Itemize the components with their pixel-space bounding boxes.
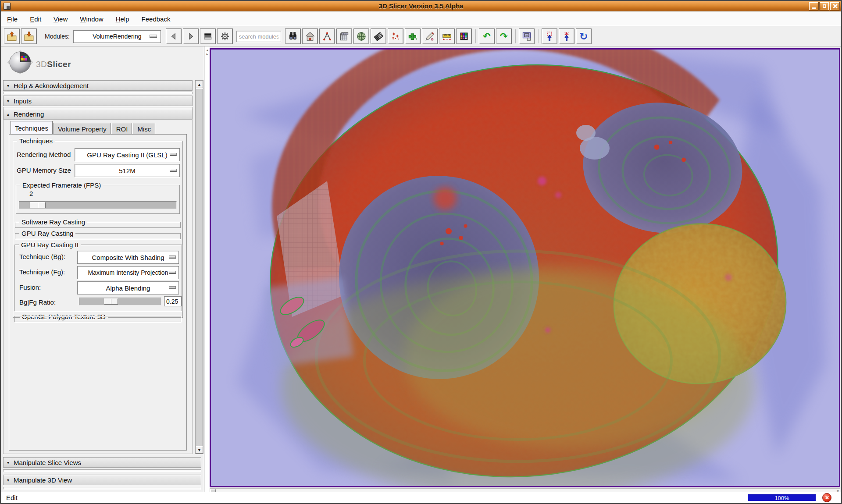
editor-module-button[interactable] [422,29,437,44]
bgfg-ratio-slider[interactable] [79,298,161,305]
tab-techniques[interactable]: Techniques [11,121,53,135]
cancel-progress-button[interactable] [822,493,831,502]
fusion-combobox[interactable]: Alpha Blending [77,281,179,295]
section-manipulate-slice-views[interactable]: ▾ Manipulate Slice Views [3,457,201,468]
collapse-triangle-icon: ▾ [7,478,9,483]
scrollbar-thumb[interactable] [196,89,203,446]
section-help-acknowledgement[interactable]: ▾ Help & Acknowledgement [3,80,193,91]
panel-scrollbar[interactable]: ▲ ▼ [195,80,203,454]
threed-viewport[interactable] [210,48,840,487]
menu-help[interactable]: Help [116,15,129,23]
module-next-button[interactable] [183,29,198,44]
scroll-up-icon: ▲ [197,82,201,87]
redo-button[interactable]: ↷ [496,29,511,44]
volume-rendering-image [211,50,839,486]
layout-button[interactable] [519,29,534,44]
roi-module-button[interactable] [405,29,420,44]
module-settings-button[interactable] [218,29,232,44]
combobox-indicator-icon [169,271,176,274]
progress-bar: 100% [748,494,816,501]
window-title: 3D Slicer Version 3.5 Alpha [1,2,841,10]
home-icon [305,32,315,41]
technique-bg-value: Composite With Shading [92,254,164,261]
rendering-method-combobox[interactable]: GPU Ray Casting II (GLSL) [75,148,180,161]
fiducial-star-icon [562,32,571,41]
main-area: 3DSlicer ▾ Help & Acknowledgement ▾ Inpu… [1,46,841,492]
modules-label: Modules: [45,33,70,40]
scroll-down-icon: ▼ [197,448,201,452]
bgfg-ratio-slider-thumb[interactable] [104,298,118,305]
section-inputs[interactable]: ▾ Inputs [3,96,193,106]
scroll-up-button[interactable]: ▲ [196,81,203,88]
load-scene-icon [7,32,17,41]
framerate-slider-thumb[interactable] [30,202,46,208]
bgfg-ratio-label: Bg|Fg Ratio: [19,298,56,306]
modules-combobox-value: VolumeRendering [93,33,141,40]
module-prev-icon [169,32,178,41]
menu-view[interactable]: View [54,15,68,23]
menu-edit[interactable]: Edit [30,15,41,23]
technique-bg-combobox[interactable]: Composite With Shading [77,251,179,264]
search-modules-input[interactable] [236,31,281,42]
menu-feedback[interactable]: Feedback [142,15,171,23]
titlebar[interactable]: 3D Slicer Version 3.5 Alpha [1,1,841,11]
technique-fg-value: Maximum Intensity Projection [88,269,168,276]
fiducial-star-button[interactable] [559,29,574,44]
fiducial-add-button[interactable] [542,29,557,44]
undo-icon: ↶ [483,32,491,40]
fiducials-module-button[interactable] [388,29,403,44]
technique-fg-combobox[interactable]: Maximum Intensity Projection [77,266,179,279]
gpu-memory-combobox[interactable]: 512M [75,164,180,177]
data-module-button[interactable] [320,29,335,44]
panel-splitter[interactable]: ◂ ▸ [205,46,210,492]
section-label: Inputs [14,97,32,105]
save-scene-button[interactable] [21,29,36,44]
minimize-button[interactable] [809,2,818,10]
colors-module-button[interactable] [457,29,471,44]
home-module-button[interactable] [303,29,318,44]
bgfg-ratio-value[interactable]: 0.25 [164,296,182,306]
tab-roi[interactable]: ROI [112,123,132,135]
progress-text: 100% [748,495,816,501]
fusion-label: Fusion: [19,284,41,291]
combobox-indicator-icon [170,169,177,172]
search-modules-button[interactable] [285,29,300,44]
tab-misc[interactable]: Misc [133,123,155,135]
section-label: Rendering [14,110,44,118]
volumes-module-button[interactable] [337,29,352,44]
framerate-slider[interactable] [19,201,177,209]
module-history-button[interactable] [200,29,215,44]
module-prev-button[interactable] [166,29,181,44]
refresh-button[interactable]: ↻ [576,29,591,44]
measurements-module-button[interactable] [439,29,454,44]
toolbar-separator [515,29,516,43]
progress-area: 100% [744,493,837,503]
section-label: Manipulate Slice Views [14,459,81,466]
layout-icon [522,32,532,41]
techniques-tab-content: Techniques Rendering Method GPU Ray Cast… [9,134,187,451]
groupbox-title: GPU Ray Casting [19,230,75,237]
load-scene-button[interactable] [4,29,19,44]
tab-volume-property[interactable]: Volume Property [54,123,111,135]
section-manipulate-3d-view[interactable]: ▾ Manipulate 3D View [3,475,201,485]
combobox-indicator-icon [169,256,176,259]
section-strip [3,487,201,490]
menu-window[interactable]: Window [80,15,103,23]
rendering-panel: Techniques Volume Property ROI Misc Tech… [3,119,193,454]
undo-button[interactable]: ↶ [479,29,494,44]
menu-file[interactable]: File [7,15,18,23]
slicer-window: 3D Slicer Version 3.5 Alpha File Edit Vi… [0,0,842,504]
models-module-button[interactable] [354,29,369,44]
close-button[interactable] [830,2,839,10]
roi-green-icon [408,32,417,41]
section-label: Manipulate 3D View [14,476,72,484]
maximize-button[interactable] [820,2,829,10]
transforms-module-button[interactable] [371,29,386,44]
collapse-triangle-icon: ▾ [7,460,9,465]
groupbox-title: GPU Ray Casting II [19,241,81,248]
gpu-raycasting2-groupbox: GPU Ray Casting II Technique (Bg): Compo… [14,245,182,311]
splitter-arrows-icon: ◂ ▸ [205,48,209,56]
modules-combobox[interactable]: VolumeRendering [73,30,161,43]
section-rendering[interactable]: ▴ Rendering [3,109,193,119]
scroll-down-button[interactable]: ▼ [196,446,203,454]
